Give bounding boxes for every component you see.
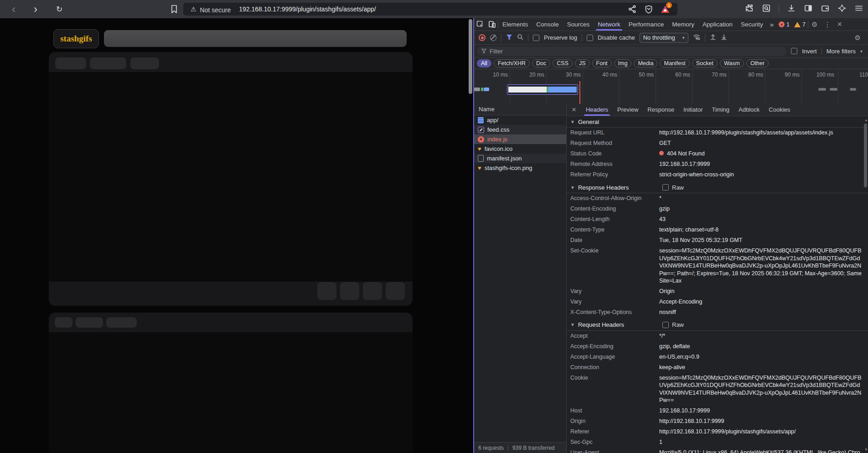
device-toolbar-icon[interactable] — [486, 21, 498, 28]
clear-icon[interactable] — [490, 35, 496, 41]
toolbar-separator — [528, 34, 528, 41]
error-icon: × — [779, 21, 785, 27]
chip-css[interactable]: CSS — [553, 59, 573, 67]
filter-funnel-icon[interactable] — [506, 34, 512, 41]
leo-ai-sparkle-icon[interactable] — [837, 4, 847, 15]
chip-font[interactable]: Font — [592, 59, 612, 67]
request-row-feed-css[interactable]: feed.css — [474, 125, 566, 134]
import-har-icon[interactable] — [710, 34, 716, 41]
request-row-index-js[interactable]: × index.js — [474, 134, 566, 144]
request-row-favicon[interactable]: ♥ favicon.ico — [474, 144, 566, 154]
scroll-down-icon[interactable]: ▾ — [865, 447, 867, 452]
site-search-input[interactable] — [104, 30, 407, 47]
skeleton-tag — [90, 57, 126, 69]
tab-sources[interactable]: Sources — [563, 18, 594, 31]
forward-icon[interactable]: › — [28, 0, 43, 18]
tab-security[interactable]: Security — [737, 18, 767, 31]
response-headers-header[interactable]: ▼ Response Headers Raw — [567, 182, 868, 193]
tab-memory[interactable]: Memory — [668, 18, 698, 31]
brave-rewards-icon[interactable]: 1 — [661, 5, 669, 13]
general-section-header[interactable]: ▼ General — [567, 116, 868, 128]
error-counter[interactable]: × 1 — [779, 21, 790, 28]
chip-all[interactable]: All — [477, 59, 491, 67]
scroll-up-icon[interactable]: ▴ — [865, 118, 867, 122]
chip-media[interactable]: Media — [634, 59, 657, 67]
throttling-select[interactable]: No throttling ▾ — [640, 33, 688, 43]
extensions-puzzle-icon[interactable] — [745, 4, 754, 15]
chip-manifest[interactable]: Manifest — [660, 59, 689, 67]
share-icon[interactable] — [628, 5, 636, 13]
chip-img[interactable]: Img — [614, 59, 632, 67]
tab-cookies[interactable]: Cookies — [764, 104, 795, 116]
sidebar-icon[interactable] — [804, 4, 813, 15]
back-icon[interactable]: ‹ — [6, 0, 21, 18]
more-filters-label[interactable]: More filters — [827, 48, 856, 55]
network-overview-timeline[interactable]: 10 ms 20 ms 30 ms 40 ms 50 ms 60 ms 70 m… — [474, 69, 868, 106]
card-action-button[interactable] — [340, 282, 359, 300]
tab-elements[interactable]: Elements — [498, 18, 532, 31]
preserve-log-checkbox[interactable] — [533, 35, 539, 41]
header-row: Content-Typetext/plain; charset=utf-8 — [567, 225, 868, 235]
invert-checkbox[interactable] — [791, 48, 797, 54]
inspect-element-icon[interactable] — [474, 21, 486, 28]
disable-cache-checkbox[interactable] — [587, 35, 593, 41]
page-scrollbar[interactable] — [468, 18, 473, 453]
media-placeholder — [49, 332, 413, 453]
chip-other[interactable]: Other — [746, 59, 769, 67]
card-action-button[interactable] — [317, 282, 336, 300]
chip-doc[interactable]: Doc — [532, 59, 550, 67]
search-icon[interactable] — [517, 34, 523, 41]
export-har-icon[interactable] — [721, 34, 727, 41]
raw-checkbox[interactable] — [662, 184, 669, 190]
header-row: Request URL http://192.168.10.17:9999/pl… — [567, 128, 868, 138]
wallet-icon[interactable] — [821, 4, 830, 15]
url-text[interactable]: 192.168.10.17:9999/plugin/stashgifs/asse… — [239, 5, 376, 13]
search-page-icon[interactable] — [762, 4, 771, 15]
devtools-close-icon[interactable]: × — [834, 20, 845, 29]
request-row-stashgifs-icon[interactable]: ♥ stashgifs-icon.png — [474, 163, 566, 173]
card-action-button[interactable] — [386, 282, 405, 300]
tab-headers[interactable]: Headers — [581, 104, 613, 116]
security-label: Not secure — [200, 6, 231, 14]
card-action-button[interactable] — [363, 282, 382, 300]
page-scrollbar-thumb[interactable] — [469, 19, 472, 94]
tab-preview[interactable]: Preview — [613, 104, 643, 116]
document-icon — [478, 117, 484, 124]
close-details-icon[interactable]: × — [567, 105, 581, 114]
tab-performance[interactable]: Performance — [625, 18, 668, 31]
chip-js[interactable]: JS — [575, 59, 590, 67]
chevron-down-icon: ▾ — [860, 49, 863, 54]
name-column-header[interactable]: Name — [474, 104, 566, 115]
more-tabs-icon[interactable]: » — [767, 21, 776, 28]
tab-adblock[interactable]: Adblock — [734, 104, 764, 116]
menu-icon[interactable] — [854, 4, 863, 15]
reload-icon[interactable]: ↻ — [52, 0, 67, 18]
devtools-settings-icon[interactable]: ⚙ — [808, 21, 821, 29]
raw-checkbox[interactable] — [662, 322, 669, 328]
chip-wasm[interactable]: Wasm — [720, 59, 744, 67]
filter-input[interactable]: Filter — [477, 46, 786, 56]
tab-network[interactable]: Network — [594, 18, 625, 31]
tab-application[interactable]: Application — [698, 18, 737, 31]
tab-response[interactable]: Response — [643, 104, 679, 116]
tab-initiator[interactable]: Initiator — [679, 104, 708, 116]
request-headers-header[interactable]: ▼ Request Headers Raw — [567, 319, 868, 331]
network-conditions-icon[interactable] — [693, 34, 700, 41]
chip-fetch-xhr[interactable]: Fetch/XHR — [494, 59, 530, 67]
request-row-app[interactable]: app/ — [474, 115, 566, 125]
chip-socket[interactable]: Socket — [692, 59, 718, 67]
brave-shield-icon[interactable] — [645, 5, 653, 14]
tab-timing[interactable]: Timing — [708, 104, 734, 116]
devtools-menu-icon[interactable]: ⋮ — [821, 21, 834, 29]
bookmark-icon[interactable] — [170, 4, 179, 16]
stashgifs-logo[interactable]: stashgifs — [53, 29, 99, 48]
downloads-icon[interactable] — [787, 4, 796, 15]
record-icon[interactable] — [479, 34, 486, 41]
tab-console[interactable]: Console — [532, 18, 563, 31]
warning-counter[interactable]: 7 — [794, 21, 806, 28]
request-row-manifest[interactable]: manifest.json — [474, 154, 566, 163]
details-tabbar: × Headers Preview Response Initiator Tim… — [567, 104, 868, 116]
details-scrollbar-thumb[interactable] — [864, 124, 867, 187]
address-bar[interactable]: ⚠ Not secure 192.168.10.17:9999/plugin/s… — [183, 3, 677, 15]
network-settings-icon[interactable]: ⚙ — [852, 34, 864, 42]
